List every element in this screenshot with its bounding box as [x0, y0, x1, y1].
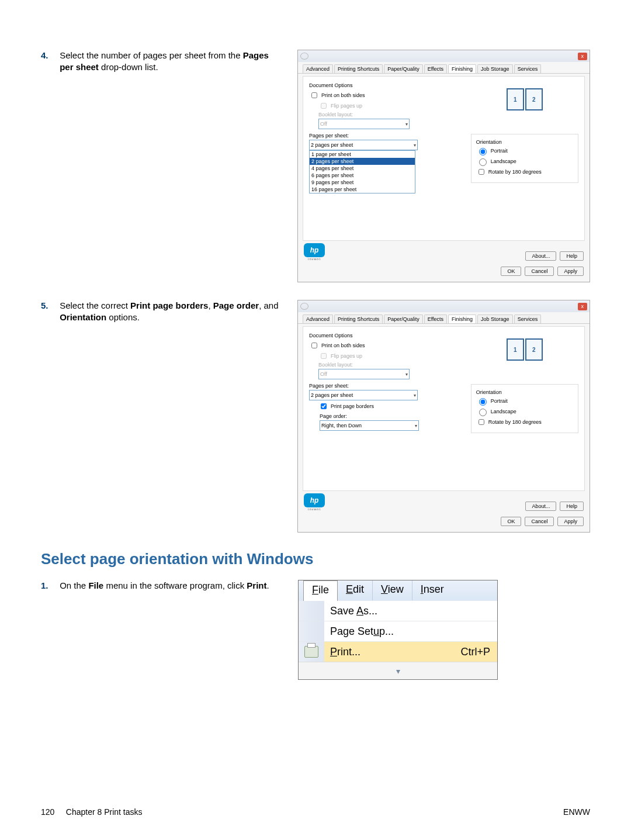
help-button[interactable]: Help	[560, 502, 584, 511]
pps-option-16[interactable]: 16 pages per sheet	[310, 186, 415, 193]
orientation-group: Orientation Portrait Landscape Rotate by…	[471, 134, 578, 183]
menubar: File Edit View Inser	[299, 580, 497, 600]
pps-option-2[interactable]: 2 pages per sheet	[310, 158, 415, 165]
pps-option-9[interactable]: 9 pages per sheet	[310, 179, 415, 186]
flip-pages-checkbox	[321, 353, 327, 359]
menu-edit[interactable]: Edit	[338, 580, 373, 600]
step-1-number: 1.	[41, 580, 57, 592]
menu-page-setup[interactable]: Page Setup...	[299, 621, 497, 641]
tab-finishing[interactable]: Finishing	[448, 64, 476, 73]
menu-insert[interactable]: Inser	[412, 580, 452, 600]
tab-paper-quality[interactable]: Paper/Quality	[384, 314, 423, 323]
tab-printing-shortcuts[interactable]: Printing Shortcuts	[334, 314, 383, 323]
print-properties-dialog-1: x Advanced Printing Shortcuts Paper/Qual…	[297, 50, 590, 282]
page-order-label: Page order:	[320, 413, 457, 419]
step-5-number: 5.	[41, 300, 57, 312]
pps-option-6[interactable]: 6 pages per sheet	[310, 172, 415, 179]
menu-print[interactable]: Print... Ctrl+P	[299, 641, 497, 662]
about-button[interactable]: About...	[525, 251, 556, 261]
step-1-text: 1. On the File menu in the software prog…	[41, 580, 298, 592]
landscape-radio[interactable]	[479, 409, 487, 416]
print-page-borders-checkbox[interactable]	[321, 403, 327, 409]
tab-paper-quality[interactable]: Paper/Quality	[384, 64, 423, 73]
file-menu: File Edit View Inser Save As... Page Set…	[298, 580, 498, 680]
pps-option-4[interactable]: 4 pages per sheet	[310, 165, 415, 172]
booklet-layout-select: Off▾	[318, 369, 410, 379]
tab-effects[interactable]: Effects	[424, 64, 447, 73]
apply-button[interactable]: Apply	[557, 517, 584, 526]
doc-options-label: Document Options	[309, 333, 457, 338]
print-properties-dialog-2: x Advanced Printing Shortcuts Paper/Qual…	[297, 300, 590, 533]
tab-services[interactable]: Services	[514, 64, 542, 73]
cancel-button[interactable]: Cancel	[525, 267, 554, 276]
close-icon[interactable]: x	[578, 303, 588, 310]
chevron-down-icon: ▾	[396, 666, 400, 676]
printer-icon	[300, 53, 308, 60]
page-footer: 120 Chapter 8 Print tasks ENWW	[41, 807, 590, 817]
step-4-number: 4.	[41, 50, 57, 61]
step-5-text: 5. Select the correct Print page borders…	[41, 300, 297, 324]
menu-expand[interactable]: ▾	[299, 662, 497, 679]
menu-view[interactable]: View	[373, 580, 412, 600]
chapter-label: Chapter 8 Print tasks	[66, 807, 143, 817]
doc-options-label: Document Options	[309, 82, 457, 88]
tab-strip: Advanced Printing Shortcuts Paper/Qualit…	[298, 62, 590, 74]
tab-services[interactable]: Services	[514, 314, 542, 323]
pages-per-sheet-label: Pages per sheet:	[309, 383, 457, 389]
menu-file[interactable]: File	[303, 580, 338, 601]
preview-icon: 1 2	[507, 338, 543, 361]
footer-right: ENWW	[563, 807, 590, 817]
flip-pages-checkbox	[321, 103, 327, 109]
tab-job-storage[interactable]: Job Storage	[477, 64, 513, 73]
tab-strip: Advanced Printing Shortcuts Paper/Qualit…	[298, 312, 590, 324]
pages-per-sheet-select[interactable]: 2 pages per sheet▾	[309, 390, 418, 400]
tab-effects[interactable]: Effects	[424, 314, 447, 323]
about-button[interactable]: About...	[525, 502, 556, 511]
preview-icon: 1 2	[507, 88, 543, 110]
tab-advanced[interactable]: Advanced	[303, 314, 333, 323]
booklet-layout-select: Off▾	[318, 119, 410, 129]
cancel-button[interactable]: Cancel	[525, 517, 554, 526]
landscape-radio[interactable]	[479, 158, 487, 166]
rotate-checkbox[interactable]	[479, 419, 484, 425]
pages-per-sheet-dropdown[interactable]: 1 page per sheet 2 pages per sheet 4 pag…	[309, 150, 415, 193]
print-both-sides-checkbox[interactable]	[311, 343, 317, 348]
section-heading: Select page orientation with Windows	[41, 550, 590, 568]
tab-finishing[interactable]: Finishing	[448, 314, 476, 323]
page-order-select[interactable]: Right, then Down▾	[320, 420, 419, 431]
orientation-group: Orientation Portrait Landscape Rotate by…	[471, 384, 578, 433]
close-icon[interactable]: x	[578, 53, 588, 60]
printer-icon	[300, 303, 308, 310]
pages-per-sheet-label: Pages per sheet:	[309, 133, 457, 139]
menu-save-as[interactable]: Save As...	[299, 600, 497, 621]
step-4-text: 4. Select the number of pages per sheet …	[41, 50, 297, 74]
portrait-radio[interactable]	[479, 148, 487, 155]
hp-logo-icon: hp	[304, 243, 325, 257]
page-number: 120	[41, 807, 54, 817]
ok-button[interactable]: OK	[501, 517, 521, 526]
print-icon	[304, 646, 318, 658]
pages-per-sheet-select[interactable]: 2 pages per sheet▾	[309, 140, 418, 150]
apply-button[interactable]: Apply	[557, 267, 584, 276]
tab-printing-shortcuts[interactable]: Printing Shortcuts	[334, 64, 383, 73]
pps-option-1[interactable]: 1 page per sheet	[310, 151, 415, 158]
tab-advanced[interactable]: Advanced	[303, 64, 333, 73]
hp-logo-icon: hp	[304, 493, 325, 507]
print-both-sides-checkbox[interactable]	[311, 92, 317, 98]
tab-job-storage[interactable]: Job Storage	[477, 314, 513, 323]
portrait-radio[interactable]	[479, 398, 487, 406]
help-button[interactable]: Help	[560, 251, 584, 261]
rotate-checkbox[interactable]	[479, 169, 484, 175]
ok-button[interactable]: OK	[501, 267, 521, 276]
